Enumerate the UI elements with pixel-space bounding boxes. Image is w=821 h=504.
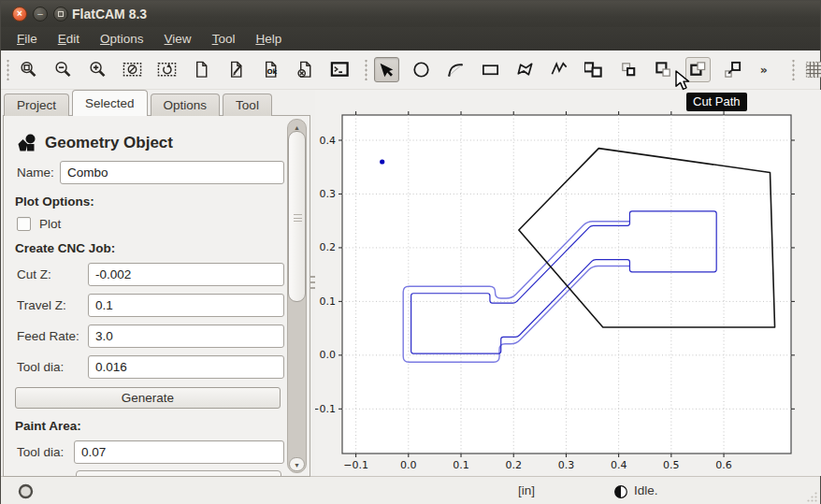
move-icon	[723, 60, 742, 79]
panel-header: Geometry Object	[17, 133, 284, 153]
chevron-double-right-icon: »	[757, 60, 777, 79]
shell-button[interactable]	[327, 57, 353, 82]
svg-text:0.0: 0.0	[320, 349, 337, 361]
cut-path-icon	[688, 60, 708, 79]
move-tool-button[interactable]	[720, 57, 745, 82]
plot-checkbox-row: Plot	[17, 217, 284, 231]
union-tool-button[interactable]	[582, 57, 607, 82]
new-file-icon	[192, 60, 211, 79]
polyline-tool-button[interactable]	[547, 57, 572, 82]
clear-plot-icon	[122, 60, 142, 79]
scrollbar-thumb-grip-icon	[294, 214, 302, 222]
name-label: Name:	[17, 166, 60, 180]
zoom-in-button[interactable]	[85, 57, 110, 82]
geometry-object-form: Geometry Object Name: Plot Options: Plot…	[13, 116, 284, 476]
save-file-icon: Ok	[261, 60, 281, 79]
grid-toggle-button[interactable]	[801, 57, 821, 82]
generate-button[interactable]: Generate	[15, 387, 281, 409]
paint-area-section-label: Paint Area:	[15, 419, 284, 433]
new-project-button[interactable]	[189, 57, 214, 82]
svg-text:0.0: 0.0	[400, 459, 417, 471]
tab-project[interactable]: Project	[4, 94, 69, 116]
panel-title: Geometry Object	[45, 134, 173, 152]
resize-grip-icon[interactable]	[806, 491, 818, 503]
feed-rate-input[interactable]	[88, 324, 284, 348]
menu-edit[interactable]: Edit	[48, 29, 90, 49]
intersection-tool-button[interactable]	[616, 57, 641, 82]
plot-checkbox-label: Plot	[39, 217, 61, 231]
cut-z-input[interactable]	[88, 263, 284, 286]
flatcam-window: × – FlatCAM 8.3 FileEditOptionsViewToolH…	[0, 0, 821, 504]
delete-file-icon	[295, 60, 315, 79]
menu-options[interactable]: Options	[90, 29, 154, 49]
svg-text:0.2: 0.2	[505, 459, 522, 471]
plot-figure[interactable]: −0.10.00.10.20.30.40.50.6−0.10.00.10.20.…	[315, 90, 821, 476]
status-text: Idle.	[634, 483, 658, 497]
clipped-widget	[76, 470, 281, 477]
window-maximize-button[interactable]	[53, 7, 68, 22]
tab-selected[interactable]: Selected	[72, 90, 148, 116]
arc-icon	[446, 60, 466, 79]
select-tool-button[interactable]	[374, 57, 399, 82]
titlebar: × – FlatCAM 8.3	[1, 1, 820, 27]
toolbar-grip-1[interactable]	[6, 60, 10, 80]
paint-tool-dia-row: Tool dia:	[17, 440, 284, 464]
name-input[interactable]	[60, 161, 284, 184]
replot-icon	[157, 60, 177, 79]
clear-plot-button[interactable]	[120, 57, 145, 82]
edit-file-icon	[226, 60, 246, 79]
svg-text:0.2: 0.2	[320, 241, 337, 253]
cut-z-row: Cut Z:	[17, 263, 284, 286]
circle-icon	[411, 60, 431, 79]
tab-tool[interactable]: Tool	[223, 94, 272, 116]
intersection-icon	[619, 60, 639, 79]
svg-text:0.4: 0.4	[611, 459, 627, 471]
circle-tool-button[interactable]	[409, 57, 434, 82]
rectangle-tool-button[interactable]	[478, 57, 503, 82]
window-title: FlatCAM 8.3	[72, 7, 147, 22]
polygon-tool-button[interactable]	[512, 57, 538, 82]
svg-text:0.1: 0.1	[453, 459, 469, 471]
window-minimize-button[interactable]: –	[33, 7, 48, 22]
plot-canvas[interactable]: −0.10.00.10.20.30.40.50.6−0.10.00.10.20.…	[315, 90, 821, 476]
zoom-fit-button[interactable]	[16, 57, 41, 82]
window-close-button[interactable]: ×	[12, 7, 27, 22]
subtract-icon	[654, 60, 673, 79]
subtract-tool-button[interactable]	[651, 57, 676, 82]
menubar: FileEditOptionsViewToolHelp	[1, 27, 820, 50]
menu-tool[interactable]: Tool	[202, 29, 246, 49]
svg-text:0.5: 0.5	[663, 459, 680, 471]
arc-tool-button[interactable]	[443, 57, 468, 82]
polyline-icon	[550, 60, 569, 79]
plot-checkbox[interactable]	[17, 217, 31, 231]
svg-text:0.6: 0.6	[715, 459, 732, 471]
feed-rate-row: Feed Rate:	[17, 324, 284, 348]
scrollbar-down-arrow-icon[interactable]: ▼	[289, 457, 305, 471]
travel-z-row: Travel Z:	[17, 294, 284, 317]
save-project-button[interactable]: Ok	[258, 57, 283, 82]
cut-path-tooltip: Cut Path	[686, 93, 747, 111]
travel-z-input[interactable]	[88, 294, 284, 317]
cut-z-label: Cut Z:	[17, 267, 88, 281]
tab-options[interactable]: Options	[151, 94, 221, 116]
paint-tool-dia-input[interactable]	[74, 440, 284, 464]
replot-button[interactable]	[154, 57, 180, 82]
zoom-out-button[interactable]	[50, 57, 76, 82]
toolbar-grip-3[interactable]	[791, 60, 796, 80]
menu-view[interactable]: View	[154, 29, 202, 49]
create-cnc-job-section-label: Create CNC Job:	[15, 241, 284, 255]
tab-bar: ProjectSelectedOptionsTool	[4, 90, 275, 116]
shell-icon	[330, 60, 350, 79]
open-project-button[interactable]	[223, 57, 249, 82]
toolbar-overflow-button-1[interactable]: »	[755, 57, 780, 82]
delete-object-button[interactable]	[293, 57, 318, 82]
toolbar-grip-2[interactable]	[364, 60, 368, 80]
panel-scrollbar[interactable]: ▲ ▼	[287, 119, 307, 473]
svg-text:0.4: 0.4	[320, 135, 337, 147]
menu-help[interactable]: Help	[245, 29, 292, 49]
grid-icon	[804, 60, 821, 79]
tool-dia-input[interactable]	[88, 355, 284, 379]
menu-file[interactable]: File	[7, 29, 48, 49]
scrollbar-thumb[interactable]	[288, 131, 306, 302]
union-icon	[584, 60, 604, 79]
